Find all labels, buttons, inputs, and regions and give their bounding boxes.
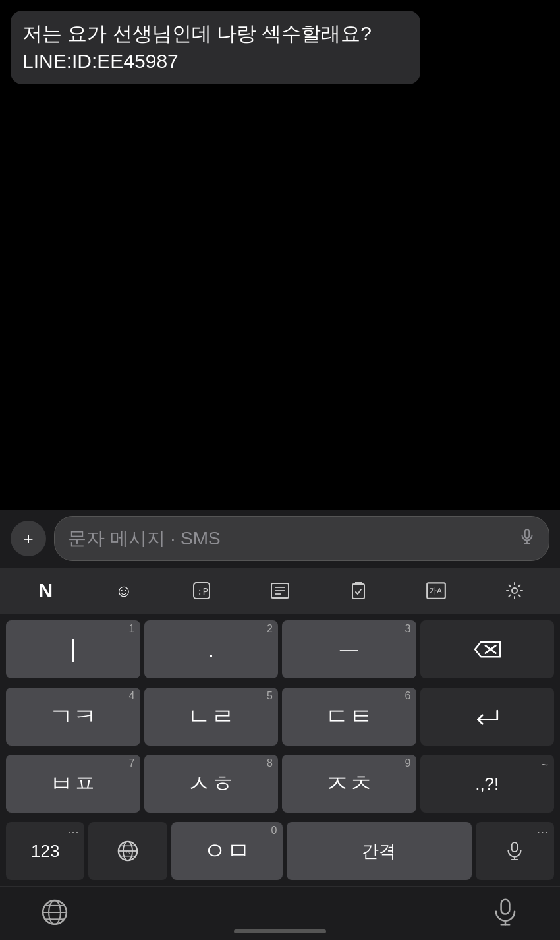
key-om[interactable]: 0 ㅇㅁ [171, 822, 283, 880]
toolbar-n-button[interactable]: N [28, 577, 63, 604]
svg-rect-22 [512, 842, 518, 852]
key-row-1: 1 | 2 . 3 — [0, 616, 560, 683]
key-dot[interactable]: 2 . [144, 620, 279, 678]
key-dt[interactable]: 6 ㄷㅌ [282, 688, 416, 746]
message-input-placeholder: 문자 메시지 · SMS [68, 526, 221, 551]
key-row-3: 7 ㅂㅍ 8 ㅅㅎ 9 ㅈㅊ ~ .,?! [0, 750, 560, 817]
key-123[interactable]: ··· 123 [6, 822, 84, 880]
svg-text:가: 가 [429, 586, 437, 595]
key-pipe[interactable]: 1 | [6, 620, 140, 678]
bottom-bar [0, 886, 560, 940]
toolbar-clipboard-button[interactable] [341, 577, 376, 604]
keyboard-rows: 1 | 2 . 3 — 4 [0, 614, 560, 886]
mic-icon-input[interactable] [518, 528, 536, 550]
key-enter[interactable] [420, 688, 555, 746]
mic-icon-bottom[interactable] [490, 897, 520, 933]
toolbar-translate-button[interactable]: 가 A [419, 577, 453, 604]
message-bubble: 저는 요가 선생님인데 나랑 섹수할래요?LINE:ID:EE45987 [11, 11, 420, 84]
globe-icon-bottom[interactable] [40, 897, 70, 933]
key-space[interactable]: 간격 [287, 822, 472, 880]
plus-button[interactable]: + [11, 521, 46, 556]
toolbar-text-button[interactable] [263, 577, 297, 604]
toolbar-settings-button[interactable] [497, 577, 532, 604]
keyboard-area: N ☺ :P [0, 568, 560, 940]
key-sh[interactable]: 8 ㅅㅎ [144, 755, 279, 813]
key-nr[interactable]: 5 ㄴㄹ [144, 688, 279, 746]
key-row-4: ··· 123 A 0 ㅇㅁ 간격 [0, 817, 560, 885]
svg-text:A: A [437, 586, 442, 595]
message-input-container[interactable]: 문자 메시지 · SMS [54, 516, 549, 561]
svg-rect-0 [525, 529, 530, 538]
svg-text::P: :P [197, 586, 208, 597]
svg-text:A: A [126, 848, 130, 855]
key-punct[interactable]: ~ .,?! [420, 755, 555, 813]
key-row-2: 4 ㄱㅋ 5 ㄴㄹ 6 ㄷㅌ [0, 683, 560, 750]
svg-rect-9 [352, 584, 364, 599]
input-bar: + 문자 메시지 · SMS [0, 510, 560, 568]
key-bp[interactable]: 7 ㅂㅍ [6, 755, 140, 813]
chat-area: 저는 요가 선생님인데 나랑 섹수할래요?LINE:ID:EE45987 [0, 0, 560, 510]
svg-point-13 [512, 588, 517, 593]
key-globe[interactable]: A [88, 822, 167, 880]
key-mic-inline[interactable]: ··· [476, 822, 554, 880]
key-dash[interactable]: 3 — [282, 620, 416, 678]
toolbar-emoji-button[interactable]: ☺ [107, 577, 141, 604]
keyboard-toolbar: N ☺ :P [0, 568, 560, 614]
key-jch[interactable]: 9 ㅈㅊ [282, 755, 416, 813]
toolbar-moji-button[interactable]: :P [184, 577, 219, 604]
svg-rect-30 [501, 900, 510, 914]
home-indicator [234, 929, 326, 933]
key-backspace[interactable] [420, 620, 555, 678]
key-gk[interactable]: 4 ㄱㅋ [6, 688, 140, 746]
